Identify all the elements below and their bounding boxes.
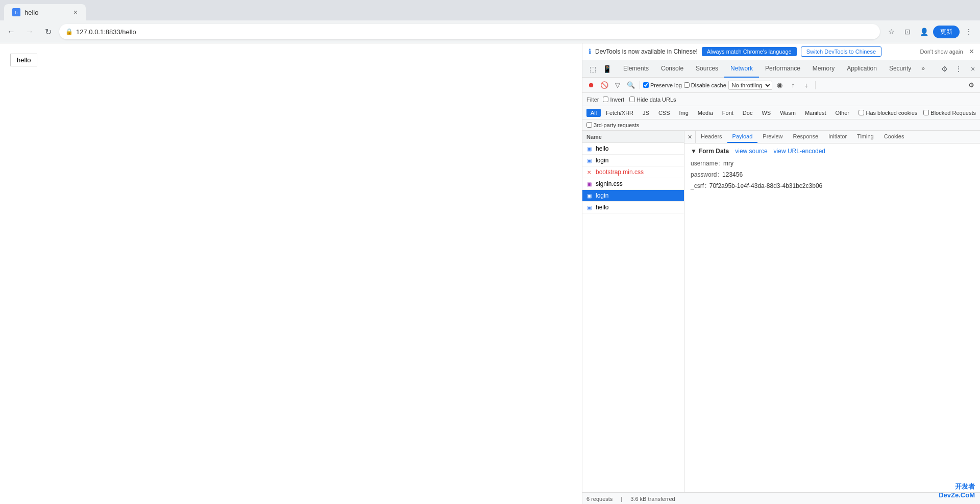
preserve-log-checkbox[interactable]: Preserve log — [643, 82, 682, 88]
type-js[interactable]: JS — [639, 109, 653, 117]
filter-button[interactable]: ▽ — [612, 80, 623, 91]
type-ws[interactable]: WS — [757, 109, 775, 117]
request-item-bootstrap[interactable]: ✕ bootstrap.min.css — [582, 166, 684, 178]
watermark: 开发者 DevZe.CoM — [939, 482, 975, 499]
tab-memory[interactable]: Memory — [806, 60, 841, 78]
select-element-icon[interactable]: ⬚ — [585, 62, 600, 76]
info-icon: ℹ — [589, 47, 591, 56]
tab-close-icon[interactable]: × — [74, 8, 78, 16]
browser-chrome: h hello × ← → ↻ 🔒 127.0.0.1:8833/hello ☆… — [0, 0, 980, 43]
tab-bar: h hello × — [0, 0, 980, 20]
record-button[interactable]: ⏺ — [585, 80, 597, 91]
doc-icon: ▣ — [585, 157, 593, 164]
preserve-log-input[interactable] — [643, 82, 649, 88]
cast-icon[interactable]: ⊡ — [900, 25, 915, 39]
main-area: hello ℹ DevTools is now available in Chi… — [0, 43, 980, 504]
update-button[interactable]: 更新 — [933, 26, 960, 38]
clear-button[interactable]: 🚫 — [599, 80, 610, 91]
tab-network[interactable]: Network — [724, 60, 759, 78]
devtools-more-icon[interactable]: ⋮ — [951, 62, 966, 76]
hide-data-urls-input[interactable] — [629, 97, 635, 102]
upload-icon[interactable]: ↑ — [788, 80, 799, 91]
tab-security[interactable]: Security — [883, 60, 917, 78]
detail-tab-cookies[interactable]: Cookies — [879, 131, 910, 143]
request-item-signin[interactable]: ▣ signin.css — [582, 178, 684, 190]
tab-console[interactable]: Console — [655, 60, 690, 78]
form-data-toggle[interactable]: ▼ Form Data — [691, 148, 729, 155]
devtools-tab-actions: ⚙ ⋮ × — [937, 62, 980, 76]
detail-tab-preview[interactable]: Preview — [757, 131, 788, 143]
detail-panel: × Headers Payload Preview Response Initi… — [684, 131, 980, 492]
blocked-requests-checkbox[interactable]: Blocked Requests — [923, 110, 976, 116]
type-fetch-xhr[interactable]: Fetch/XHR — [602, 109, 638, 117]
username-value: mry — [723, 160, 733, 167]
view-source-link[interactable]: view source — [735, 148, 767, 155]
search-button[interactable]: 🔍 — [625, 80, 636, 91]
tab-application[interactable]: Application — [841, 60, 883, 78]
type-media[interactable]: Media — [694, 109, 717, 117]
detail-tab-response[interactable]: Response — [788, 131, 823, 143]
tab-elements[interactable]: Elements — [617, 60, 655, 78]
detail-tab-payload[interactable]: Payload — [727, 131, 758, 143]
request-item-login2[interactable]: ▣ login — [582, 190, 684, 202]
csrf-separator: : — [705, 182, 706, 189]
type-manifest[interactable]: Manifest — [801, 109, 830, 117]
type-wasm[interactable]: Wasm — [776, 109, 800, 117]
type-img[interactable]: Img — [675, 109, 693, 117]
online-icon[interactable]: ◉ — [774, 80, 786, 91]
devtools-close-icon[interactable]: × — [966, 62, 980, 76]
third-party-checkbox[interactable]: 3rd-party requests — [586, 122, 639, 128]
nav-bar: ← → ↻ 🔒 127.0.0.1:8833/hello ☆ ⊡ 👤 更新 ⋮ — [0, 20, 980, 43]
tab-more[interactable]: » — [917, 60, 929, 78]
browser-tab[interactable]: h hello × — [4, 4, 86, 20]
divider-pipe: | — [621, 496, 622, 502]
menu-icon[interactable]: ⋮ — [962, 25, 976, 39]
third-party-input[interactable] — [586, 122, 592, 128]
profile-icon[interactable]: 👤 — [917, 25, 931, 39]
notif-close-icon[interactable]: × — [969, 47, 974, 56]
request-item-login1[interactable]: ▣ login — [582, 155, 684, 166]
switch-devtools-button[interactable]: Switch DevTools to Chinese — [801, 46, 881, 57]
dont-show-again[interactable]: Don't show again — [920, 49, 963, 55]
view-url-encoded-link[interactable]: view URL-encoded — [774, 148, 825, 155]
disable-cache-input[interactable] — [684, 82, 690, 88]
bookmark-icon[interactable]: ☆ — [884, 25, 898, 39]
invert-input[interactable] — [603, 97, 608, 102]
back-button[interactable]: ← — [4, 25, 18, 39]
type-doc[interactable]: Doc — [739, 109, 757, 117]
download-icon[interactable]: ↓ — [801, 80, 812, 91]
has-blocked-cookies-input[interactable] — [859, 110, 864, 115]
type-filter-bar: All Fetch/XHR JS CSS Img Media Font Doc … — [582, 106, 980, 119]
device-toolbar-icon[interactable]: 📱 — [600, 62, 614, 76]
detail-close-icon[interactable]: × — [684, 131, 696, 143]
refresh-button[interactable]: ↻ — [41, 25, 55, 39]
request-item-hello1[interactable]: ▣ hello — [582, 143, 684, 155]
network-settings-icon[interactable]: ⚙ — [966, 80, 977, 91]
devtools-settings-icon[interactable]: ⚙ — [937, 62, 951, 76]
request-item-hello2[interactable]: ▣ hello — [582, 202, 684, 213]
type-font[interactable]: Font — [718, 109, 738, 117]
req-name-login1: login — [596, 157, 608, 164]
tab-performance[interactable]: Performance — [759, 60, 806, 78]
disable-cache-label: Disable cache — [691, 82, 726, 88]
type-all[interactable]: All — [586, 109, 601, 117]
disable-cache-checkbox[interactable]: Disable cache — [684, 82, 726, 88]
always-match-button[interactable]: Always match Chrome's language — [702, 47, 797, 56]
type-extra-checkboxes: Has blocked cookies Blocked Requests — [859, 110, 976, 116]
forward-button[interactable]: → — [22, 25, 37, 39]
throttle-select[interactable]: No throttling Fast 3G Slow 3G — [728, 81, 772, 90]
address-bar[interactable]: 🔒 127.0.0.1:8833/hello — [59, 24, 880, 39]
type-other[interactable]: Other — [831, 109, 853, 117]
form-data-triangle: ▼ — [691, 148, 697, 155]
doc-icon: ▣ — [585, 145, 593, 152]
type-css[interactable]: CSS — [654, 109, 674, 117]
detail-tab-headers[interactable]: Headers — [696, 131, 727, 143]
invert-checkbox[interactable]: Invert — [603, 97, 624, 103]
devtools-main-tabs: ⬚ 📱 Elements Console Sources Network Per… — [582, 60, 980, 78]
detail-tab-timing[interactable]: Timing — [852, 131, 879, 143]
tab-sources[interactable]: Sources — [690, 60, 724, 78]
hide-data-urls-checkbox[interactable]: Hide data URLs — [629, 97, 676, 103]
has-blocked-cookies-checkbox[interactable]: Has blocked cookies — [859, 110, 917, 116]
blocked-requests-input[interactable] — [923, 110, 929, 115]
detail-tab-initiator[interactable]: Initiator — [823, 131, 852, 143]
